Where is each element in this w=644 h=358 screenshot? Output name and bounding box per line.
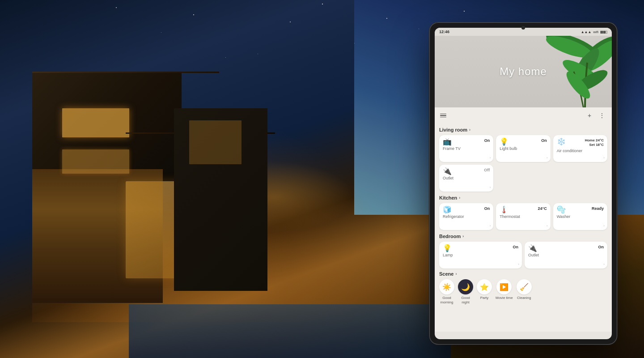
cleaning-icon-circle: 🧹 xyxy=(517,279,532,294)
outlet-living-icon: 🔌 xyxy=(443,168,452,175)
light-bulb-name: Light bulb xyxy=(500,146,547,151)
lamp-icon: 💡 xyxy=(443,245,452,252)
card-top-thermostat: 🌡️ 24°C xyxy=(500,206,547,213)
frame-tv-chevron: › xyxy=(490,156,491,160)
section-header-bedroom: Bedroom › xyxy=(439,234,607,239)
section-label-scene: Scene xyxy=(439,271,453,277)
ac-name: Air conditioner xyxy=(557,149,604,153)
card-top-refrigerator: 🧊 On xyxy=(443,206,490,213)
home-title: My home xyxy=(500,65,547,78)
party-icon: ⭐ xyxy=(480,283,489,291)
section-header-living-room: Living room › xyxy=(439,127,607,132)
outlet-bedroom-name: Outlet xyxy=(528,253,604,257)
card-top-lamp: 💡 On xyxy=(443,245,518,252)
status-time: 12:46 xyxy=(439,30,449,34)
section-chevron-kitchen[interactable]: › xyxy=(459,196,460,200)
house-structure xyxy=(32,72,406,315)
signal-icon: ▲▲▲ xyxy=(581,30,592,34)
scene-cleaning[interactable]: 🧹 Cleaning xyxy=(517,279,532,304)
card-top-outlet-bedroom: 🔌 On xyxy=(528,245,604,252)
content-area[interactable]: + ⋮ Living room › 📺 On xyxy=(435,107,612,332)
good-night-label: Goodnight xyxy=(461,296,470,304)
living-room-grid: 📺 On Frame TV › 💡 On Light bulb › xyxy=(439,135,607,162)
refrigerator-name: Refrigerator xyxy=(443,214,490,219)
section-chevron-bedroom[interactable]: › xyxy=(462,234,464,239)
washer-icon: 🫧 xyxy=(557,206,566,213)
section-label-bedroom: Bedroom xyxy=(439,234,461,239)
controls-row: + ⋮ xyxy=(439,107,607,124)
good-morning-icon: ☀️ xyxy=(442,283,451,291)
device-card-washer[interactable]: 🫧 Ready Washer › xyxy=(553,203,607,230)
washer-name: Washer xyxy=(557,214,604,219)
device-card-air-conditioner[interactable]: ❄️ Home 24°CSet 18°C Air conditioner › xyxy=(553,135,607,162)
outlet-living-name: Outlet xyxy=(443,176,490,180)
scene-good-night[interactable]: 🌙 Goodnight xyxy=(458,279,473,304)
plant-decoration xyxy=(536,36,612,107)
thermostat-chevron: › xyxy=(547,224,548,228)
device-card-thermostat[interactable]: 🌡️ 24°C Thermostat › xyxy=(496,203,550,230)
scene-party[interactable]: ⭐ Party xyxy=(477,279,492,304)
ac-chevron: › xyxy=(603,156,605,160)
tablet-screen: 12:46 ▲▲▲ wifi ▮▮▮▯ xyxy=(435,28,612,339)
device-card-frame-tv[interactable]: 📺 On Frame TV › xyxy=(439,135,493,162)
thermostat-status: 24°C xyxy=(538,206,547,211)
thermostat-name: Thermostat xyxy=(500,214,547,219)
movie-time-label: Movie time xyxy=(496,296,513,300)
more-button[interactable]: ⋮ xyxy=(597,111,606,120)
section-label-kitchen: Kitchen xyxy=(439,195,457,200)
device-card-light-bulb[interactable]: 💡 On Light bulb › xyxy=(496,135,550,162)
ac-icon: ❄️ xyxy=(557,138,566,145)
section-chevron-scene[interactable]: › xyxy=(455,272,457,276)
kitchen-grid: 🧊 On Refrigerator › 🌡️ 24°C Thermostat xyxy=(439,203,607,230)
frame-tv-name: Frame TV xyxy=(443,146,490,151)
lamp-chevron: › xyxy=(518,262,519,266)
device-card-refrigerator[interactable]: 🧊 On Refrigerator › xyxy=(439,203,493,230)
lamp-name: Lamp xyxy=(443,253,518,257)
party-icon-circle: ⭐ xyxy=(477,279,492,294)
scene-grid: ☀️ Goodmorning 🌙 Goodnight xyxy=(439,279,607,304)
light-bulb-chevron: › xyxy=(547,156,548,160)
washer-chevron: › xyxy=(603,224,605,228)
scene-good-morning[interactable]: ☀️ Goodmorning xyxy=(439,279,454,304)
frame-tv-icon: 📺 xyxy=(443,138,452,145)
card-top-light-bulb: 💡 On xyxy=(500,138,547,145)
light-bulb-status: On xyxy=(541,138,547,143)
outlet-living-chevron: › xyxy=(490,185,491,189)
wifi-icon: wifi xyxy=(593,30,598,34)
refrigerator-icon: 🧊 xyxy=(443,206,452,213)
controls-right: + ⋮ xyxy=(585,111,606,120)
cleaning-icon: 🧹 xyxy=(520,283,529,291)
lamp-status: On xyxy=(513,245,519,249)
light-bulb-icon: 💡 xyxy=(500,138,508,145)
device-card-outlet-living[interactable]: 🔌 Off Outlet › xyxy=(439,165,493,192)
add-button[interactable]: + xyxy=(585,111,594,120)
card-top-outlet: 🔌 Off xyxy=(443,168,490,175)
scene-movie-time[interactable]: ▶️ Movie time xyxy=(496,279,513,304)
washer-status: Ready xyxy=(592,206,604,211)
device-card-outlet-bedroom[interactable]: 🔌 On Outlet › xyxy=(525,242,607,268)
party-label: Party xyxy=(480,296,489,300)
tablet-frame: 12:46 ▲▲▲ wifi ▮▮▮▯ xyxy=(429,22,617,345)
tablet-device: 12:46 ▲▲▲ wifi ▮▮▮▯ xyxy=(429,22,617,345)
outlet-bedroom-icon: 🔌 xyxy=(528,245,537,252)
hamburger-button[interactable] xyxy=(440,114,446,118)
living-room-extra: 🔌 Off Outlet › xyxy=(439,165,607,192)
tablet-camera xyxy=(521,26,525,30)
device-card-lamp[interactable]: 💡 On Lamp › xyxy=(439,242,522,268)
section-header-scene: Scene › xyxy=(439,271,607,277)
cleaning-label: Cleaning xyxy=(517,296,531,300)
refrigerator-status: On xyxy=(484,206,490,211)
good-night-icon-circle: 🌙 xyxy=(458,279,473,294)
bedroom-grid: 💡 On Lamp › 🔌 On Outlet › xyxy=(439,242,607,268)
section-chevron-living-room[interactable]: › xyxy=(469,128,470,132)
movie-time-icon: ▶️ xyxy=(500,283,508,291)
outlet-bedroom-chevron: › xyxy=(603,262,605,266)
refrigerator-chevron: › xyxy=(490,224,491,228)
good-night-icon: 🌙 xyxy=(461,283,470,291)
outlet-bedroom-status: On xyxy=(598,245,604,249)
section-label-living-room: Living room xyxy=(439,127,467,132)
outlet-living-status: Off xyxy=(484,168,490,172)
status-icons: ▲▲▲ wifi ▮▮▮▯ xyxy=(581,30,607,34)
card-top-frame-tv: 📺 On xyxy=(443,138,490,145)
section-header-kitchen: Kitchen › xyxy=(439,195,607,200)
